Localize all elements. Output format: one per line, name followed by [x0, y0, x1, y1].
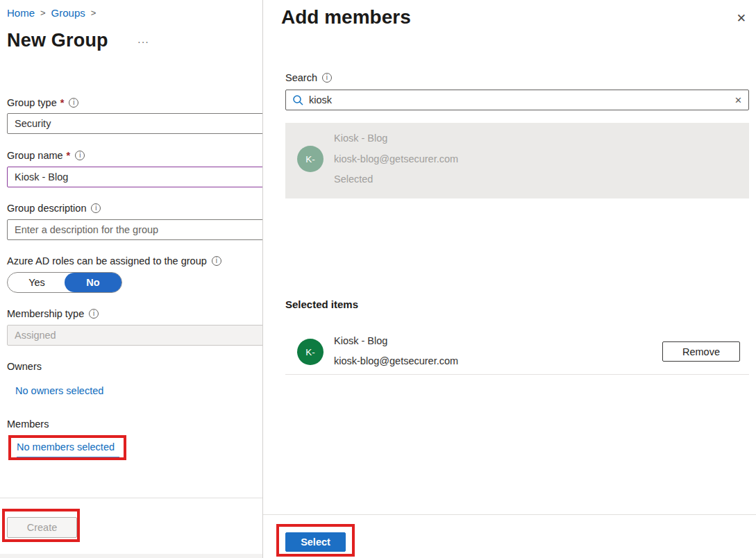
panel-title: Add members: [281, 6, 411, 28]
clear-search-icon[interactable]: ✕: [734, 95, 742, 105]
owners-label-text: Owners: [7, 361, 42, 372]
page-bottom-strip: [0, 554, 262, 558]
search-box[interactable]: ✕: [285, 90, 749, 110]
owners-label: Owners: [7, 361, 42, 372]
chevron-right-icon: >: [40, 8, 46, 18]
roles-assignable-toggle[interactable]: Yes No: [7, 272, 122, 293]
toggle-no-option[interactable]: No: [65, 273, 121, 292]
info-icon[interactable]: i: [91, 203, 101, 213]
group-name-input[interactable]: [7, 167, 272, 187]
group-description-input[interactable]: [7, 219, 272, 240]
group-type-label: Group type * i: [7, 97, 78, 108]
breadcrumb-home-link[interactable]: Home: [7, 7, 35, 19]
panel-footer-divider: [263, 514, 756, 515]
info-icon[interactable]: i: [322, 73, 332, 83]
group-name-label-text: Group name: [7, 150, 63, 161]
members-label: Members: [7, 418, 49, 430]
select-button[interactable]: Select: [285, 532, 346, 552]
membership-type-label: Membership type i: [7, 308, 99, 319]
no-members-selected-link[interactable]: No members selected: [17, 441, 115, 453]
roles-assignable-label: Azure AD roles can be assigned to the gr…: [7, 255, 221, 267]
create-button-annotation-box: Create: [2, 509, 80, 542]
search-input[interactable]: [309, 94, 730, 105]
search-label-text: Search: [285, 72, 317, 83]
search-icon: [292, 94, 304, 106]
add-members-panel: Add members ✕ Search i ✕ K- Kiosk - Blog…: [262, 0, 756, 558]
members-link-annotation-box: No members selected: [8, 435, 126, 460]
close-icon[interactable]: ✕: [737, 11, 746, 26]
info-icon[interactable]: i: [75, 151, 85, 160]
result-name: Kiosk - Blog: [334, 133, 387, 144]
result-avatar: K-: [297, 146, 324, 172]
create-button[interactable]: Create: [7, 517, 77, 538]
group-type-select[interactable]: [7, 113, 272, 134]
selected-item-divider: [285, 374, 749, 375]
no-owners-selected-link[interactable]: No owners selected: [15, 385, 103, 396]
group-description-label-text: Group description: [7, 203, 86, 214]
info-icon[interactable]: i: [89, 309, 99, 319]
page-title: New Group: [7, 30, 108, 51]
breadcrumb: Home > Groups >: [7, 7, 101, 19]
group-name-label: Group name * i: [7, 150, 85, 161]
membership-type-select: [7, 325, 272, 346]
membership-type-label-text: Membership type: [7, 308, 84, 319]
selected-item-email: kiosk-blog@getsecurer.com: [334, 355, 458, 366]
result-selected-status: Selected: [334, 174, 373, 185]
members-label-text: Members: [7, 418, 49, 430]
selected-items-heading: Selected items: [285, 298, 358, 310]
search-label: Search i: [285, 72, 332, 83]
selected-item-avatar: K-: [297, 339, 324, 365]
group-description-label: Group description i: [7, 203, 101, 214]
info-icon[interactable]: i: [69, 98, 78, 108]
select-button-annotation-box: Select: [276, 524, 355, 557]
required-marker: *: [60, 97, 65, 108]
footer-divider: [0, 498, 263, 498]
breadcrumb-groups-link[interactable]: Groups: [51, 7, 85, 19]
roles-assignable-label-text: Azure AD roles can be assigned to the gr…: [7, 255, 207, 267]
search-result-item[interactable]: K- Kiosk - Blog kiosk-blog@getsecurer.co…: [285, 123, 749, 198]
members-link-underline: No members selected: [17, 441, 119, 457]
required-marker: *: [67, 150, 71, 161]
selected-item-name: Kiosk - Blog: [334, 335, 387, 346]
more-options-icon[interactable]: ···: [137, 36, 149, 47]
remove-button[interactable]: Remove: [662, 341, 740, 362]
group-type-label-text: Group type: [7, 97, 57, 108]
result-email: kiosk-blog@getsecurer.com: [334, 153, 458, 164]
info-icon[interactable]: i: [212, 256, 221, 266]
chevron-right-icon: >: [91, 8, 96, 18]
toggle-yes-option[interactable]: Yes: [8, 273, 66, 292]
